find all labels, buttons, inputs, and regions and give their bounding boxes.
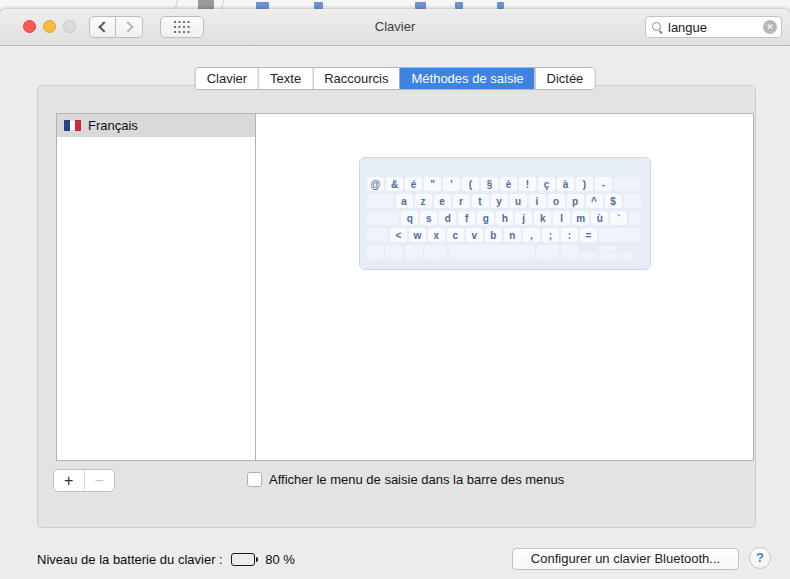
tab-texte[interactable]: Texte (258, 68, 312, 89)
key-^: ^ (586, 194, 603, 208)
source-list-controls: + − (53, 469, 115, 492)
backdrop-text-fragment (415, 2, 426, 9)
input-menu-option: Afficher le menu de saisie dans la barre… (247, 472, 564, 487)
key-blank (614, 177, 641, 191)
key-;: ; (542, 228, 559, 242)
key-r: r (453, 194, 470, 208)
search-field[interactable]: ✕ (645, 16, 782, 38)
tab-dict-e[interactable]: Dictée (535, 68, 595, 89)
show-input-menu-checkbox[interactable] (247, 472, 262, 487)
key-blank (367, 245, 384, 259)
background-window-sliver (0, 0, 790, 9)
key-ù: ù (591, 211, 608, 225)
key-o: o (548, 194, 565, 208)
tab-m-thodes-de-saisie[interactable]: Méthodes de saisie (399, 68, 534, 89)
key-&: & (386, 177, 403, 191)
key-x: x (428, 228, 445, 242)
key-": " (424, 177, 441, 191)
key-k: k (534, 211, 551, 225)
key-h: h (496, 211, 513, 225)
add-source-button[interactable]: + (54, 470, 84, 491)
keyboard-row (367, 245, 643, 259)
key-blank (367, 211, 399, 225)
france-flag-icon (64, 120, 81, 131)
title-bar: Clavier ✕ (0, 9, 790, 46)
tab-bar: ClavierTexteRaccourcisMéthodes de saisie… (195, 67, 596, 90)
key-blank (449, 245, 534, 259)
key-f: f (458, 211, 475, 225)
keyboard-preview: @&é"'(§è!çà)-azertyuiop^$qsdfghjklmù`<wx… (359, 157, 651, 270)
key-blank (624, 194, 641, 208)
key-ç: ç (538, 177, 555, 191)
configure-bluetooth-keyboard-button[interactable]: Configurer un clavier Bluetooth... (512, 548, 739, 570)
key-z: z (415, 194, 432, 208)
key-arrow-right (618, 253, 635, 259)
key-w: w (409, 228, 426, 242)
key-': ' (443, 177, 460, 191)
key-t: t (472, 194, 489, 208)
backdrop-text-fragment (314, 2, 323, 9)
key-a: a (396, 194, 413, 208)
key-blank (561, 245, 578, 259)
key-blank (367, 228, 388, 242)
backdrop-shape (175, 0, 178, 9)
key-arrow-left (580, 253, 597, 259)
remove-source-button: − (84, 470, 115, 491)
backdrop-text-fragment (256, 2, 269, 9)
key-blank (405, 245, 422, 259)
backdrop-text-fragment (455, 2, 463, 9)
keyboard-row (367, 166, 643, 174)
key--: - (595, 177, 612, 191)
key-c: c (447, 228, 464, 242)
key-y: y (491, 194, 508, 208)
battery-icon (231, 553, 259, 566)
key-`: ` (610, 211, 627, 225)
help-button[interactable]: ? (749, 547, 771, 569)
key-!: ! (519, 177, 536, 191)
key-n: n (504, 228, 521, 242)
key-=: = (580, 228, 597, 242)
key-m: m (572, 211, 589, 225)
input-source-label: Français (88, 118, 138, 133)
tab-content-box: Français @&é"'(§è!çà)-azertyuiop^$qsdfgh… (37, 85, 756, 528)
key-q: q (401, 211, 418, 225)
key-s: s (420, 211, 437, 225)
key-blank (424, 245, 447, 259)
keyboard-row: <wxcvbn,;:= (367, 228, 643, 242)
battery-label: Niveau de la batterie du clavier : (37, 552, 223, 567)
tab-clavier[interactable]: Clavier (196, 68, 258, 89)
backdrop-text-fragment (497, 2, 504, 9)
key-$: $ (605, 194, 622, 208)
key-g: g (477, 211, 494, 225)
keyboard-row: azertyuiop^$ (367, 194, 643, 208)
system-preferences-window: Clavier ✕ ClavierTexteRaccourcisMéthodes… (0, 9, 790, 579)
key-d: d (439, 211, 456, 225)
tab-raccourcis[interactable]: Raccourcis (312, 68, 399, 89)
keyboard-row: qsdfghjklmù` (367, 211, 643, 225)
key-(: ( (462, 177, 479, 191)
key-,: , (523, 228, 540, 242)
key-blank (599, 228, 641, 242)
key-u: u (510, 194, 527, 208)
clear-search-icon[interactable]: ✕ (763, 20, 777, 34)
show-input-menu-label: Afficher le menu de saisie dans la barre… (269, 472, 564, 487)
key-p: p (567, 194, 584, 208)
key-l: l (553, 211, 570, 225)
key-§: § (481, 177, 498, 191)
key-i: i (529, 194, 546, 208)
key-blank (629, 211, 640, 225)
key-à: à (557, 177, 574, 191)
keyboard-battery-status: Niveau de la batterie du clavier : 80 % (37, 550, 295, 568)
search-input[interactable] (668, 20, 763, 35)
backdrop-shape (198, 0, 214, 9)
input-source-row[interactable]: Français (57, 114, 255, 137)
input-source-list[interactable]: Français (56, 113, 256, 461)
layout-preview-panel: @&é"'(§è!çà)-azertyuiop^$qsdfghjklmù`<wx… (256, 113, 754, 461)
key-blank (386, 245, 403, 259)
key-blank (536, 245, 559, 259)
key-é: é (405, 177, 422, 191)
key-@: @ (367, 177, 384, 191)
backdrop-shape (221, 0, 224, 9)
key-è: è (500, 177, 517, 191)
key-<: < (390, 228, 407, 242)
